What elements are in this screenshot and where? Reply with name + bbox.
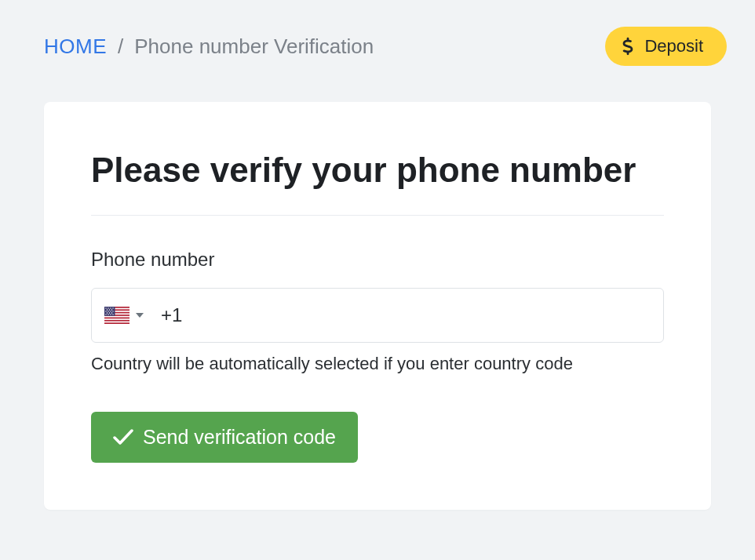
- breadcrumb: HOME / Phone number Verification: [44, 35, 374, 59]
- breadcrumb-current: Phone number Verification: [134, 35, 374, 59]
- svg-point-10: [110, 307, 111, 308]
- svg-point-19: [107, 312, 108, 313]
- breadcrumb-separator: /: [118, 35, 123, 59]
- svg-point-24: [110, 314, 111, 315]
- topbar: HOME / Phone number Verification Deposit: [0, 0, 755, 66]
- svg-point-17: [110, 311, 111, 311]
- phone-input[interactable]: [153, 289, 651, 342]
- svg-point-11: [112, 307, 113, 308]
- svg-point-9: [108, 307, 108, 308]
- svg-point-25: [112, 314, 113, 315]
- svg-point-14: [111, 309, 112, 310]
- deposit-button-label: Deposit: [644, 36, 703, 56]
- check-icon: [113, 429, 133, 445]
- svg-point-18: [112, 311, 113, 311]
- flag-us-icon: [104, 307, 129, 324]
- country-select[interactable]: [104, 307, 144, 324]
- svg-point-21: [111, 312, 112, 313]
- dollar-icon: [622, 37, 633, 56]
- svg-point-23: [108, 314, 108, 315]
- svg-rect-5: [104, 318, 129, 320]
- svg-point-20: [109, 312, 110, 313]
- svg-point-22: [105, 314, 106, 315]
- breadcrumb-home-link[interactable]: HOME: [44, 35, 107, 59]
- svg-point-8: [105, 307, 106, 308]
- send-verification-label: Send verification code: [143, 426, 336, 449]
- svg-rect-6: [104, 321, 129, 322]
- deposit-button[interactable]: Deposit: [605, 27, 727, 66]
- svg-rect-4: [104, 316, 129, 318]
- svg-point-16: [108, 311, 108, 311]
- caret-down-icon: [136, 313, 144, 318]
- svg-point-15: [105, 311, 106, 311]
- svg-point-12: [107, 309, 108, 310]
- verification-card: Please verify your phone number Phone nu…: [44, 102, 711, 510]
- country-hint: Country will be automatically selected i…: [91, 354, 664, 374]
- send-verification-button[interactable]: Send verification code: [91, 412, 358, 463]
- phone-input-group: [91, 288, 664, 343]
- page-title: Please verify your phone number: [91, 149, 664, 216]
- phone-label: Phone number: [91, 249, 664, 271]
- svg-point-13: [109, 309, 110, 310]
